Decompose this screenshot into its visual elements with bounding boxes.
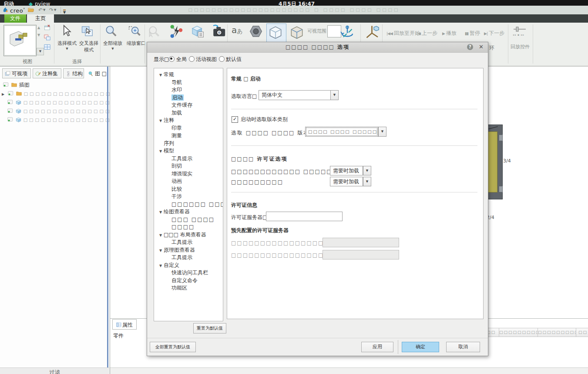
snapshot-camera-icon[interactable] (212, 24, 226, 40)
hardware-nut-icon[interactable] (249, 24, 263, 40)
tab-properties[interactable]: 属性 (112, 319, 137, 330)
tree-item[interactable]: □□□□ (154, 223, 223, 231)
tree-item-augmented-reality[interactable]: 增强现实 (154, 170, 223, 178)
table-column-header[interactable]: □□□□□□□□□ (538, 328, 576, 337)
tree-item[interactable]: □□□ □□□□ (154, 216, 223, 224)
help-icon[interactable]: ? (467, 44, 473, 50)
playback-slider-icon[interactable] (513, 26, 527, 34)
tree-item-load[interactable]: 加载 (154, 109, 223, 117)
step-forward-button[interactable]: ▶|下一步 (484, 30, 504, 37)
table-column-header[interactable]: □□ (576, 328, 588, 337)
version-category-checkbox[interactable]: ✓ (232, 116, 238, 123)
tree-item-drawing-viewer[interactable]: ▼绘图查看器 (154, 208, 223, 216)
tree-item-stamp[interactable]: 印章 (154, 125, 223, 132)
tree-item-tooltip[interactable]: 工具提示 (154, 254, 223, 262)
tab-visible-items[interactable]: 可视项 (2, 68, 31, 78)
license-server-input[interactable] (266, 212, 343, 221)
os-app-name[interactable]: pview (35, 0, 50, 6)
view-dropdown-button[interactable]: ▼ (37, 48, 44, 55)
language-select-dropdown-icon[interactable]: ▼ (330, 90, 339, 100)
dialog-title[interactable]: □□□□ □□□□ 选项 (147, 42, 488, 53)
select-mode-icon[interactable] (60, 24, 73, 39)
radio-active-view[interactable] (189, 56, 195, 62)
tab-annotation-sets[interactable]: 注释集 (33, 68, 61, 78)
radio-default[interactable] (219, 56, 225, 62)
spin-center-icon[interactable] (339, 24, 355, 41)
tree-item-sequence[interactable]: 序列 (154, 140, 223, 148)
thumbnail-down-button[interactable]: ▼ (37, 33, 40, 37)
redo-button[interactable]: ↷▼ (49, 6, 56, 14)
tree-item-measure[interactable]: 测量 (154, 132, 223, 140)
translate-icon[interactable]: aあ (232, 25, 243, 35)
view-thumbnail[interactable] (3, 25, 37, 56)
tree-item-quick-access-toolbar[interactable]: 快速访问工具栏 (154, 269, 223, 277)
tree-item-customize[interactable]: ▼自定义 (154, 262, 223, 270)
tree-item[interactable]: □□□□□□ □□□□□ (154, 201, 223, 209)
select-mode-dropdown-icon[interactable]: ▼ (55, 47, 79, 51)
tree-item-general[interactable]: ▼常规 (154, 71, 223, 79)
apply-button[interactable]: 应用 (361, 342, 393, 352)
undo-button[interactable]: ↶▼ (38, 6, 45, 14)
tree-item-layout-viewer[interactable]: ▼□□□ 布局查看器 (154, 231, 223, 239)
tab-home[interactable]: 主页 (27, 14, 54, 23)
thumbnail-up-button[interactable]: ▲ (37, 26, 40, 30)
close-window-icon[interactable] (44, 24, 51, 33)
tree-item[interactable]: □□□□□□□□□□□□□□□□ (7, 107, 117, 115)
tree-item-interference[interactable]: 干涉 (154, 193, 223, 201)
tile-windows-icon[interactable] (44, 34, 51, 42)
license-row2-select[interactable]: 需要时加载 (330, 177, 363, 186)
radio-global-label[interactable]: 全局 (176, 56, 187, 63)
tree-item-illustration[interactable]: 插图 (3, 81, 30, 89)
radio-default-label[interactable]: 默认值 (226, 56, 242, 63)
model-properties-icon[interactable] (191, 24, 205, 40)
tab-file[interactable]: 文件 (4, 14, 26, 23)
language-select[interactable]: 简体中文 (259, 90, 331, 100)
zoom-window-icon[interactable] (128, 24, 141, 39)
tree-item-animation[interactable]: 动画 (154, 178, 223, 185)
tree-item-customize-commands[interactable]: 自定义命令 (154, 277, 223, 285)
cancel-button[interactable]: 取消 (446, 342, 480, 352)
cross-select-button[interactable]: 交叉选择 (77, 40, 101, 47)
license-row2-dropdown-icon[interactable]: ▼ (363, 177, 371, 186)
tree-item-tooltip[interactable]: 工具提示 (154, 239, 223, 246)
tree-item-tooltip[interactable]: 工具提示 (154, 155, 223, 163)
tree-item-annotation[interactable]: ▼注释 (154, 117, 223, 125)
wireframe-view-icon[interactable] (288, 24, 306, 42)
tree-item-model[interactable]: ▼模型 (154, 147, 223, 155)
cross-select-button-line2[interactable]: 模式 (77, 47, 101, 53)
open-file-button[interactable] (27, 7, 34, 15)
license-row1-dropdown-icon[interactable]: ▼ (363, 166, 371, 175)
table-column-header[interactable]: □□□□□□□□□ (499, 328, 538, 337)
tree-item[interactable]: □□□□□□□□□□□□□□□□ (7, 115, 117, 124)
zoom-all-icon[interactable] (104, 24, 118, 39)
tree-item[interactable]: □□□□□□□□□□□□□□□□ (7, 98, 117, 107)
tree-item-section[interactable]: 剖切 (154, 162, 223, 170)
zoom-all-dropdown-icon[interactable]: ▼ (101, 47, 124, 51)
shaded-view-toggle[interactable] (266, 24, 286, 43)
tree-item-navigation[interactable]: 导航 (154, 79, 223, 87)
grid-layout-icon[interactable] (44, 44, 51, 52)
tree-item-startup[interactable]: 启动 (154, 94, 223, 102)
license-row1-select[interactable]: 需要时加载 (330, 166, 363, 175)
zoom-all-button[interactable]: 全部缩放 (101, 40, 124, 47)
radio-global[interactable] (169, 56, 175, 62)
measure-network-icon[interactable] (169, 24, 184, 40)
left-panel-scrollbar[interactable] (107, 67, 108, 374)
ok-button[interactable]: 确定 (402, 342, 439, 352)
zoom-select-disabled-icon[interactable] (147, 24, 161, 40)
version-category-select[interactable]: □□□□ □□□□ □□□□□□□ (305, 127, 378, 137)
select-mode-button[interactable]: 选择模式 (55, 40, 79, 47)
os-menu-startup[interactable]: 启动 (3, 0, 14, 6)
reset-defaults-button[interactable]: 重置为默认值 (193, 323, 226, 334)
pause-button[interactable]: ▮▮暂停 (465, 30, 480, 37)
tree-item-compare[interactable]: 比较 (154, 185, 223, 193)
tab-illustration[interactable]: 图 □ (85, 68, 109, 78)
radio-active-view-label[interactable]: 活动视图 (196, 56, 217, 63)
step-back-button[interactable]: |◀上一步 (417, 30, 437, 37)
tree-item[interactable]: ▶ □□□□□□□□□□□□□□□□ (2, 89, 118, 98)
playback-to-start-button[interactable]: |◀◀回放至开始 (386, 30, 420, 37)
version-category-dropdown-icon[interactable]: ▼ (378, 127, 386, 137)
tree-item-file-cache[interactable]: 文件缓存 (154, 101, 223, 109)
reset-all-defaults-button[interactable]: 全部重置为默认值 (150, 342, 196, 352)
tree-item-watermark[interactable]: 水印 (154, 86, 223, 94)
